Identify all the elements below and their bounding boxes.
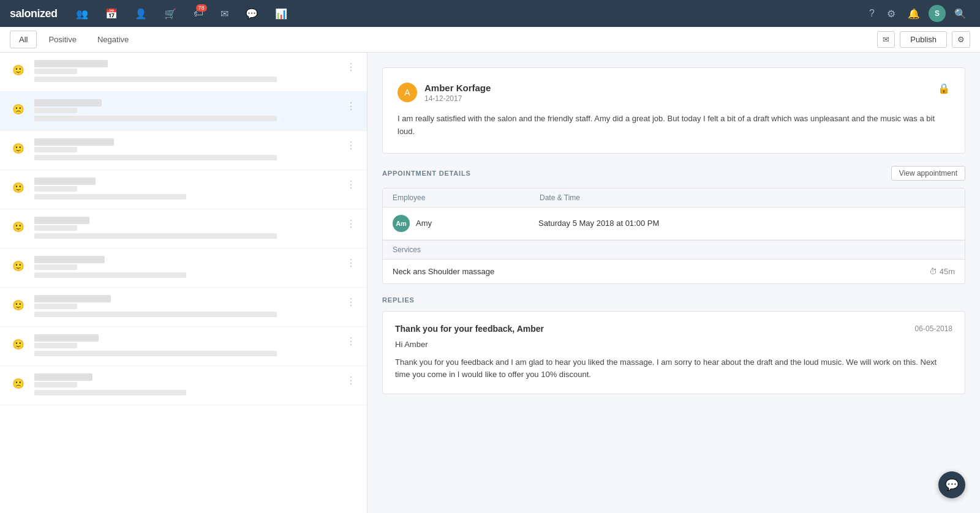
employee-avatar-initial: Am	[396, 220, 407, 227]
app-logo: salonized	[10, 7, 58, 20]
review-menu-icon[interactable]: ⋮	[345, 295, 357, 309]
review-name-blur	[34, 138, 114, 146]
main-layout: 🙂 ⋮ 🙁 ⋮ 🙂 ⋮	[0, 53, 980, 513]
mail-icon[interactable]: ✉	[217, 4, 232, 23]
review-content	[34, 138, 337, 162]
settings-icon[interactable]: ⚙	[883, 4, 899, 23]
review-text-blur-1	[34, 272, 186, 278]
review-menu-icon[interactable]: ⋮	[345, 138, 357, 152]
tab-positive[interactable]: Positive	[39, 31, 86, 48]
review-text-blur-1	[34, 77, 277, 82]
review-date-blur	[34, 225, 77, 231]
sentiment-positive-icon: 🙂	[10, 257, 27, 274]
replies-section: REPLIES Thank you for your feedback, Amb…	[382, 296, 965, 395]
employee-column-header: Employee	[393, 193, 540, 202]
reply-greeting: Hi Amber	[395, 340, 952, 349]
review-menu-icon[interactable]: ⋮	[345, 178, 357, 192]
chart-icon[interactable]: 📊	[271, 4, 291, 23]
top-navigation: salonized 👥 📅 👤 🛒 🏷 78 ✉ 💬 📊 ? ⚙ 🔔 S 🔍	[0, 0, 980, 27]
reviews-list-panel: 🙂 ⋮ 🙁 ⋮ 🙂 ⋮	[0, 53, 368, 513]
review-menu-icon[interactable]: ⋮	[345, 334, 357, 348]
reply-subject: Thank you for your feedback, Amber	[395, 324, 544, 334]
review-date-blur	[34, 186, 77, 192]
sentiment-positive-icon: 🙂	[10, 296, 27, 313]
review-date-blur	[34, 264, 77, 270]
review-card-header: A Amber Korfage 14-12-2017 🔒	[398, 83, 950, 103]
review-text-blur-1	[34, 155, 277, 160]
list-item[interactable]: 🙁 ⋮	[0, 92, 367, 131]
review-text-blur-1	[34, 312, 277, 317]
reviewer-name: Amber Korfage	[424, 83, 938, 93]
publish-button[interactable]: Publish	[900, 31, 947, 48]
review-text-blur-1	[34, 351, 277, 356]
list-item[interactable]: 🙂 ⋮	[0, 209, 367, 249]
users-icon[interactable]: 👤	[131, 4, 151, 23]
review-menu-icon[interactable]: ⋮	[345, 373, 357, 388]
review-menu-icon[interactable]: ⋮	[345, 99, 357, 113]
review-text-blur-1	[34, 194, 186, 200]
email-button[interactable]: ✉	[877, 31, 895, 48]
review-detail-panel: A Amber Korfage 14-12-2017 🔒 I am really…	[368, 53, 980, 513]
list-item[interactable]: 🙂 ⋮	[0, 288, 367, 327]
people-icon[interactable]: 👥	[72, 4, 92, 23]
appointment-table: Employee Date & Time Am Amy Saturday 5 M…	[382, 188, 965, 284]
search-icon[interactable]: 🔍	[951, 4, 970, 23]
review-content	[34, 256, 337, 280]
review-menu-icon[interactable]: ⋮	[345, 256, 357, 270]
sentiment-positive-icon: 🙂	[10, 61, 27, 78]
reviewer-avatar-initial: A	[404, 88, 410, 97]
chat-bubble-icon: 💬	[945, 478, 959, 492]
list-item[interactable]: 🙁 ⋮	[0, 366, 367, 405]
cart-icon[interactable]: 🛒	[160, 4, 180, 23]
chat-bubble-button[interactable]: 💬	[938, 471, 965, 498]
list-item[interactable]: 🙂 ⋮	[0, 170, 367, 209]
review-date-blur	[34, 304, 77, 309]
sentiment-positive-icon: 🙂	[10, 218, 27, 235]
review-text-blur-1	[34, 233, 277, 239]
alert-icon[interactable]: 🔔	[904, 4, 924, 23]
calendar-icon[interactable]: 📅	[102, 4, 121, 23]
review-name-blur	[34, 178, 96, 185]
sentiment-positive-icon: 🙂	[10, 335, 27, 353]
reply-card: Thank you for your feedback, Amber 06-05…	[382, 311, 965, 395]
appointment-row: Am Amy Saturday 5 May 2018 at 01:00 PM	[383, 208, 965, 240]
filter-settings-button[interactable]: ⚙	[952, 31, 970, 48]
review-content	[34, 217, 337, 241]
filter-bar: All Positive Negative ✉ Publish ⚙	[0, 27, 980, 53]
datetime-column-header: Date & Time	[540, 193, 580, 202]
review-name-blur	[34, 334, 99, 342]
services-header: Services	[383, 240, 965, 260]
user-avatar[interactable]: S	[929, 5, 946, 22]
list-item[interactable]: 🙂 ⋮	[0, 131, 367, 170]
tags-icon[interactable]: 🏷 78	[190, 4, 207, 23]
review-name-blur	[34, 256, 105, 263]
review-content	[34, 99, 337, 123]
review-text-blur-1	[34, 116, 277, 121]
review-text-blur-1	[34, 390, 186, 395]
review-content	[34, 373, 337, 397]
review-name-blur	[34, 60, 108, 67]
review-menu-icon[interactable]: ⋮	[345, 60, 357, 74]
chat-icon[interactable]: 💬	[242, 4, 262, 23]
list-item[interactable]: 🙂 ⋮	[0, 249, 367, 288]
review-name-blur	[34, 373, 92, 381]
review-date-blur	[34, 382, 77, 388]
list-item[interactable]: 🙂 ⋮	[0, 53, 367, 92]
appointment-section: APPOINTMENT DETAILS View appointment Emp…	[382, 166, 965, 284]
appointment-header: APPOINTMENT DETAILS View appointment	[382, 166, 965, 181]
list-item[interactable]: 🙂 ⋮	[0, 327, 367, 366]
appointment-section-title: APPOINTMENT DETAILS	[382, 170, 471, 177]
sentiment-positive-icon: 🙂	[10, 179, 27, 196]
view-appointment-button[interactable]: View appointment	[891, 166, 965, 181]
service-row: Neck ans Shoulder massage ⏱ 45m	[383, 260, 965, 283]
appointment-datetime: Saturday 5 May 2018 at 01:00 PM	[538, 219, 659, 228]
clock-icon: ⏱	[929, 267, 937, 276]
tab-all[interactable]: All	[10, 31, 37, 48]
review-name-blur	[34, 217, 89, 224]
review-date-blur	[34, 108, 77, 113]
reply-body: Thank you for you feedback and I am glad…	[395, 356, 952, 382]
review-menu-icon[interactable]: ⋮	[345, 217, 357, 231]
help-icon[interactable]: ?	[865, 4, 878, 23]
review-date-blur	[34, 69, 77, 74]
tab-negative[interactable]: Negative	[88, 31, 138, 48]
